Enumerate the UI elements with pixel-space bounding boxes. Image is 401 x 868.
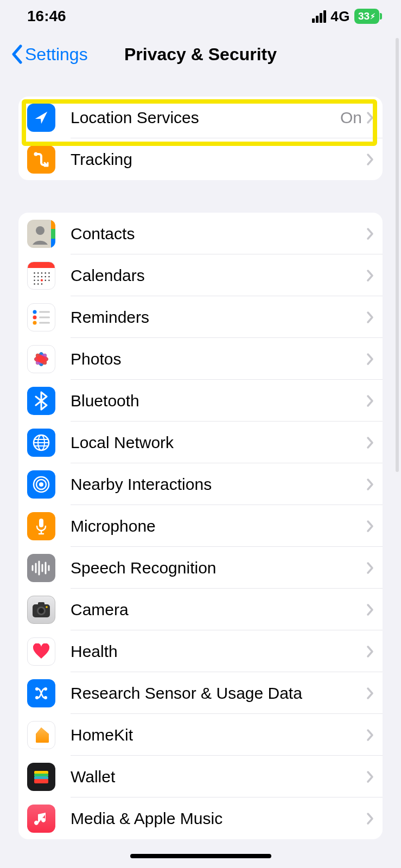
camera-icon [27, 596, 55, 624]
row-location-services[interactable]: Location Services On [18, 97, 383, 138]
status-bar: 16:46 4G 33⚡︎ [0, 0, 401, 33]
chevron-right-icon [366, 729, 374, 742]
row-homekit[interactable]: HomeKit [18, 714, 383, 756]
chevron-right-icon [366, 111, 374, 124]
microphone-icon [27, 512, 55, 540]
svg-point-20 [37, 283, 39, 285]
row-nearby-interactions[interactable]: Nearby Interactions [18, 463, 383, 505]
row-label: Photos [71, 350, 366, 368]
svg-point-5 [34, 272, 35, 273]
cellular-signal-icon [312, 10, 326, 23]
row-speech-recognition[interactable]: Speech Recognition [18, 547, 383, 589]
row-local-network[interactable]: Local Network [18, 422, 383, 463]
row-media-apple-music[interactable]: Media & Apple Music [18, 797, 383, 839]
row-camera[interactable]: Camera [18, 589, 383, 630]
svg-point-18 [48, 279, 50, 281]
nav-bar: Settings Privacy & Security [0, 33, 401, 76]
chevron-right-icon [366, 394, 374, 407]
svg-point-27 [33, 321, 37, 324]
svg-point-1 [36, 226, 44, 235]
scroll-indicator [396, 38, 399, 472]
back-button[interactable]: Settings [11, 44, 88, 65]
svg-point-15 [34, 279, 35, 281]
row-tracking[interactable]: Tracking [18, 138, 383, 180]
battery-icon: 33⚡︎ [354, 9, 379, 24]
svg-rect-3 [51, 229, 55, 239]
svg-point-7 [41, 272, 43, 273]
photos-icon [27, 345, 55, 373]
row-contacts[interactable]: Contacts [18, 213, 383, 254]
chevron-right-icon [366, 770, 374, 783]
row-calendars[interactable]: Calendars [18, 254, 383, 296]
battery-pct: 33 [358, 10, 370, 22]
svg-point-6 [37, 272, 39, 273]
row-bluetooth[interactable]: Bluetooth [18, 380, 383, 422]
nearby-icon [27, 470, 55, 499]
row-label: Contacts [71, 225, 366, 243]
svg-point-21 [41, 283, 43, 285]
row-reminders[interactable]: Reminders [18, 296, 383, 338]
svg-point-25 [33, 315, 37, 319]
row-label: Nearby Interactions [71, 475, 366, 494]
svg-point-8 [44, 272, 46, 273]
charging-bolt-icon: ⚡︎ [370, 12, 375, 21]
location-icon [27, 104, 55, 132]
svg-point-11 [37, 276, 39, 277]
row-label: Reminders [71, 308, 366, 327]
waveform-icon [27, 554, 55, 582]
svg-rect-24 [39, 311, 50, 312]
row-photos[interactable]: Photos [18, 338, 383, 380]
home-indicator [130, 854, 271, 858]
sensor-icon [27, 679, 55, 707]
calendar-icon [27, 261, 55, 290]
row-label: Research Sensor & Usage Data [71, 684, 366, 703]
svg-point-19 [34, 283, 35, 285]
chevron-right-icon [366, 269, 374, 282]
bluetooth-icon [27, 387, 55, 415]
home-icon [27, 721, 55, 749]
row-label: Bluetooth [71, 392, 366, 410]
svg-point-0 [34, 152, 38, 156]
row-label: Tracking [71, 150, 366, 169]
chevron-right-icon [366, 812, 374, 825]
chevron-left-icon [11, 44, 23, 64]
row-label: Location Services [71, 108, 340, 127]
svg-point-10 [34, 276, 35, 277]
svg-rect-2 [51, 220, 55, 229]
svg-point-23 [33, 310, 37, 314]
chevron-right-icon [366, 561, 374, 575]
chevron-right-icon [366, 311, 374, 324]
row-wallet[interactable]: Wallet [18, 756, 383, 797]
row-label: Local Network [71, 433, 366, 452]
svg-point-16 [37, 279, 39, 281]
svg-rect-28 [39, 322, 50, 323]
svg-rect-42 [39, 519, 43, 527]
svg-point-22 [41, 279, 43, 281]
svg-rect-61 [34, 779, 48, 783]
heart-icon [27, 637, 55, 666]
row-label: Microphone [71, 517, 366, 535]
row-health[interactable]: Health [18, 630, 383, 672]
contacts-icon [27, 220, 55, 248]
chevron-right-icon [366, 520, 374, 533]
svg-point-14 [48, 276, 50, 277]
reminders-icon [27, 303, 55, 331]
svg-point-52 [39, 608, 44, 614]
tracking-icon [27, 145, 55, 174]
svg-point-13 [44, 276, 46, 277]
row-microphone[interactable]: Microphone [18, 505, 383, 547]
row-label: Speech Recognition [71, 559, 366, 577]
chevron-right-icon [366, 153, 374, 166]
music-icon [27, 805, 55, 833]
settings-group-location: Location Services On Tracking [18, 97, 383, 180]
chevron-right-icon [366, 687, 374, 700]
status-time: 16:46 [27, 8, 66, 25]
svg-point-9 [48, 272, 50, 273]
chevron-right-icon [366, 603, 374, 616]
chevron-right-icon [366, 436, 374, 449]
row-research-sensor[interactable]: Research Sensor & Usage Data [18, 672, 383, 714]
svg-point-12 [41, 276, 43, 277]
svg-point-39 [39, 482, 43, 487]
svg-rect-50 [38, 602, 44, 605]
row-label: Health [71, 642, 366, 661]
